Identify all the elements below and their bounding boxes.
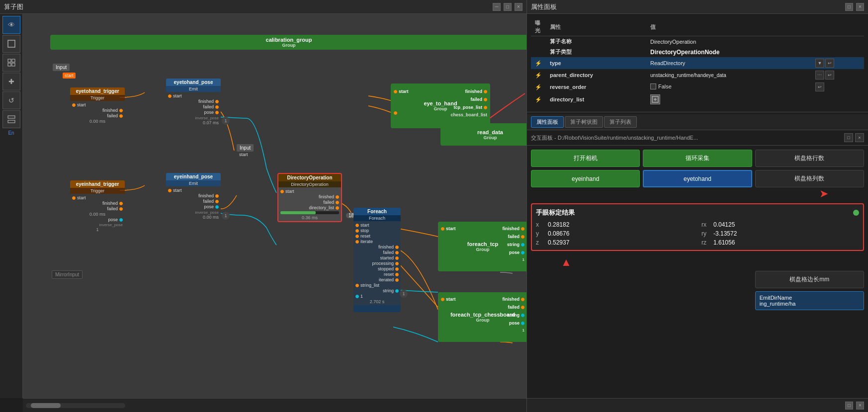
sidebar-box-icon[interactable] <box>2 35 20 53</box>
chessboard-side-btn[interactable]: 棋盘格边长mm <box>755 271 864 288</box>
svg-rect-2 <box>12 59 15 62</box>
hv-z: z 0.52937 <box>536 239 694 246</box>
right-bottom-bar: □ × <box>527 398 868 412</box>
sidebar-eye-icon[interactable]: 👁 <box>2 16 20 34</box>
left-panel-controls: ─ □ × <box>493 3 522 11</box>
svg-rect-1 <box>8 59 11 62</box>
svg-rect-4 <box>12 63 15 66</box>
svg-rect-6 <box>8 120 15 123</box>
badge-1-mid: 1 <box>400 290 408 298</box>
prop-icon-reverse: ⚡ <box>531 81 546 93</box>
green-status-dot <box>853 210 859 216</box>
prop-row-reverse-order: ⚡ reverse_order False ↩ <box>531 81 864 93</box>
right-bottom-btn2[interactable]: × <box>856 402 864 410</box>
sidebar-refresh-icon[interactable]: ↺ <box>2 91 20 109</box>
right-close-btn[interactable]: × <box>856 3 864 11</box>
badge-1-bottom: 1 <box>222 212 230 220</box>
tab-properties[interactable]: 属性面板 <box>531 116 564 128</box>
read-data-group[interactable]: read_data Group Or 1 <box>440 123 526 146</box>
horizontal-scrollbar[interactable] <box>26 403 125 408</box>
tab-list[interactable]: 算子列表 <box>604 116 637 128</box>
left-sidebar: 👁 ✚ ↺ En <box>0 14 23 398</box>
svg-rect-3 <box>8 63 11 66</box>
calibration-group-label: calibration_group <box>266 37 312 43</box>
hv-y: y 0.08676 <box>536 230 694 237</box>
chessboard-rows-btn[interactable]: 棋盘格行数 <box>755 150 864 167</box>
right-titlebar: 属性面板 □ × <box>527 0 868 14</box>
start-label-2: start <box>239 152 248 157</box>
eyetohand-pose-node[interactable]: eyetohand_pose Emit start finished faile… <box>166 79 221 126</box>
en-label: En <box>7 129 15 137</box>
left-panel-title: 算子图 <box>4 2 23 11</box>
tabs-bar: 属性面板 算子树状图 算子列表 <box>527 114 868 130</box>
handeye-values: x 0.28182 rx 0.04125 y 0.08676 ry -3.135… <box>536 221 859 246</box>
col-value: 值 <box>646 18 811 36</box>
canvas-area[interactable]: calibration_group Group Input start eyet… <box>23 14 526 398</box>
open-camera-btn[interactable]: 打开相机 <box>531 150 640 167</box>
foreach-node[interactable]: Foreach Foreach start stop reset iterate… <box>353 208 401 312</box>
mirror-input-label: MirrorInput <box>52 270 83 279</box>
properties-section: 曝光 属性 值 算子名称 DirectoryOperation <box>527 14 868 110</box>
divider-1 <box>527 112 868 112</box>
left-bottom-bar <box>23 398 526 412</box>
dir-list-icon[interactable] <box>650 94 660 104</box>
left-minimize-btn[interactable]: ─ <box>493 3 501 11</box>
eye-to-hand-group[interactable]: eye_to_hand Group start finished failed … <box>391 83 490 128</box>
right-panel-controls: □ × <box>845 3 864 11</box>
emit-dir-box: EmitDirName ing_runtime/ha <box>755 291 864 310</box>
sidebar-grid-icon[interactable] <box>2 54 20 72</box>
left-titlebar: 算子图 ─ □ × <box>0 0 526 14</box>
exchange-minimize-btn[interactable]: □ <box>844 133 853 142</box>
exchange-close-btn[interactable]: × <box>855 133 864 142</box>
foreach-tcp-chessboard-group[interactable]: foreach_tcp_chessboard Group start finis… <box>438 292 526 342</box>
prop-row-parent-dir: ⚡ parent_directory unstacking_runtime/ha… <box>531 69 864 81</box>
chessboard-cols-btn[interactable]: 棋盘格列数 <box>755 170 864 187</box>
prop-row-type: 算子类型 DirectoryOperationNode <box>531 47 864 57</box>
col-property: 属性 <box>546 18 646 36</box>
hv-x: x 0.28182 <box>536 221 694 228</box>
right-bottom-btn1[interactable]: □ <box>845 402 853 410</box>
eyetohand-btn[interactable]: eyetohand <box>643 170 752 187</box>
type-edit-btn[interactable]: ▼ <box>815 59 824 68</box>
properties-table: 曝光 属性 值 算子名称 DirectoryOperation <box>531 18 864 106</box>
tab-tree[interactable]: 算子树状图 <box>565 116 603 128</box>
arrow-up: ▲ <box>531 256 572 269</box>
eyeinhand-btn[interactable]: eyeinhand <box>531 170 640 187</box>
loop-capture-btn[interactable]: 循环采集 <box>643 150 752 167</box>
calibration-group-sub: Group <box>282 43 296 48</box>
controls-grid: 打开相机 循环采集 棋盘格行数 eyeinhand eyetohand 棋盘格列… <box>527 146 868 191</box>
foreach-tcp-group[interactable]: foreach_tcp Group start finished failed … <box>438 222 526 271</box>
left-close-btn[interactable]: × <box>515 3 522 11</box>
handeye-panel: 手眼标定结果 x 0.28182 rx 0.04125 y 0.08676 ry <box>531 203 864 251</box>
prop-row-name: 算子名称 DirectoryOperation <box>531 36 864 47</box>
right-panel-content: 曝光 属性 值 算子名称 DirectoryOperation <box>527 14 868 398</box>
prop-row-type-val[interactable]: ⚡ type ReadDirectory ▼ ↩ <box>531 57 864 69</box>
input-label-2: Input <box>237 144 254 152</box>
arrow-right-1: ➤ <box>527 187 868 200</box>
sidebar-layers-icon[interactable] <box>2 110 20 128</box>
eyeinhand-pose-node[interactable]: eyeinhand_pose Emit start finished faile… <box>166 173 221 221</box>
right-panel-title: 属性面板 <box>531 2 557 11</box>
eyeinhand-trigger-node[interactable]: eyeinhand_trigger Trigger start finished… <box>70 180 125 233</box>
reverse-undo-btn[interactable]: ↩ <box>815 82 824 91</box>
hv-rz: rz 1.61056 <box>701 239 859 246</box>
parent-dir-edit-btn[interactable]: ⋯ <box>815 71 824 80</box>
bottom-controls-grid: 棋盘格边长mm EmitDirName ing_runtime/ha <box>527 271 868 314</box>
svg-rect-0 <box>8 40 15 47</box>
parent-dir-undo-btn[interactable]: ↩ <box>825 71 834 80</box>
eyetohand-trigger-node[interactable]: eyetohand_trigger Trigger start finished… <box>70 87 125 125</box>
right-minimize-btn[interactable]: □ <box>845 3 853 11</box>
calibration-group-node: calibration_group Group <box>50 35 526 50</box>
hv-ry: ry -3.13572 <box>701 230 859 237</box>
sidebar-cross-icon[interactable]: ✚ <box>2 73 20 90</box>
left-panel: 算子图 ─ □ × 👁 ✚ ↺ En <box>0 0 527 412</box>
exchange-panel: 交互面板 - D:/RobotVisionSuite/runtime/unsta… <box>527 130 868 146</box>
prop-icon-parent: ⚡ <box>531 69 546 81</box>
left-maximize-btn[interactable]: □ <box>504 3 512 11</box>
reverse-checkbox[interactable] <box>650 83 656 89</box>
badge-1-top: 1 <box>222 117 230 125</box>
right-panel: 属性面板 □ × 曝光 属性 值 算子名 <box>527 0 868 412</box>
handeye-title: 手眼标定结果 <box>536 208 859 217</box>
type-undo-btn[interactable]: ↩ <box>825 59 834 68</box>
directory-op-node[interactable]: DirectoryOperation DirectoryOperation st… <box>277 173 342 222</box>
